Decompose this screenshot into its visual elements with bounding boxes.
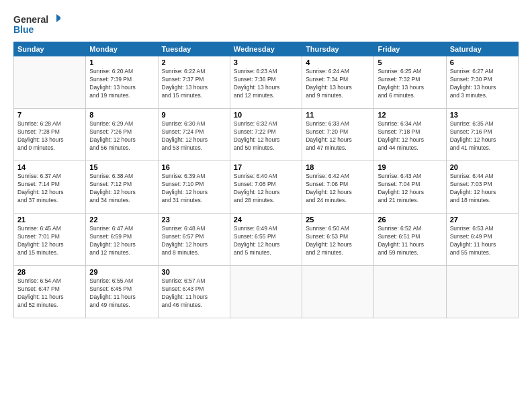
calendar-table: SundayMondayTuesdayWednesdayThursdayFrid… xyxy=(13,42,519,318)
cell-info: Sunrise: 6:40 AM Sunset: 7:08 PM Dayligh… xyxy=(234,173,298,205)
day-number: 5 xyxy=(378,58,442,66)
day-number: 6 xyxy=(450,58,515,66)
cell-info: Sunrise: 6:43 AM Sunset: 7:04 PM Dayligh… xyxy=(378,173,442,205)
cell-info: Sunrise: 6:20 AM Sunset: 7:39 PM Dayligh… xyxy=(89,68,154,100)
header-row: SundayMondayTuesdayWednesdayThursdayFrid… xyxy=(14,42,519,56)
col-header-tuesday: Tuesday xyxy=(158,42,230,56)
logo: General Blue xyxy=(13,12,60,36)
day-number: 22 xyxy=(89,216,154,224)
calendar-cell: 27Sunrise: 6:53 AM Sunset: 6:49 PM Dayli… xyxy=(446,214,518,266)
col-header-friday: Friday xyxy=(374,42,446,56)
day-number: 28 xyxy=(17,268,82,276)
day-number: 20 xyxy=(450,163,515,171)
cell-info: Sunrise: 6:45 AM Sunset: 7:01 PM Dayligh… xyxy=(17,225,82,257)
calendar-cell: 8Sunrise: 6:29 AM Sunset: 7:26 PM Daylig… xyxy=(86,109,158,161)
day-number: 16 xyxy=(162,163,226,171)
day-number: 19 xyxy=(378,163,442,171)
svg-marker-1 xyxy=(56,14,60,22)
calendar-cell: 13Sunrise: 6:35 AM Sunset: 7:16 PM Dayli… xyxy=(446,109,518,161)
day-number: 11 xyxy=(306,111,370,119)
cell-info: Sunrise: 6:44 AM Sunset: 7:03 PM Dayligh… xyxy=(450,173,515,205)
cell-info: Sunrise: 6:28 AM Sunset: 7:28 PM Dayligh… xyxy=(17,120,82,152)
day-number: 29 xyxy=(89,268,154,276)
calendar-cell: 5Sunrise: 6:25 AM Sunset: 7:32 PM Daylig… xyxy=(374,56,446,109)
calendar-cell: 23Sunrise: 6:48 AM Sunset: 6:57 PM Dayli… xyxy=(158,214,230,266)
calendar-cell: 26Sunrise: 6:52 AM Sunset: 6:51 PM Dayli… xyxy=(374,214,446,266)
week-row-5: 28Sunrise: 6:54 AM Sunset: 6:47 PM Dayli… xyxy=(14,266,519,318)
cell-info: Sunrise: 6:47 AM Sunset: 6:59 PM Dayligh… xyxy=(89,225,154,257)
calendar-cell: 11Sunrise: 6:33 AM Sunset: 7:20 PM Dayli… xyxy=(302,109,374,161)
day-number: 12 xyxy=(378,111,442,119)
calendar-cell: 14Sunrise: 6:37 AM Sunset: 7:14 PM Dayli… xyxy=(14,161,86,214)
day-number: 21 xyxy=(17,216,82,224)
cell-info: Sunrise: 6:29 AM Sunset: 7:26 PM Dayligh… xyxy=(89,120,154,152)
calendar-cell: 9Sunrise: 6:30 AM Sunset: 7:24 PM Daylig… xyxy=(158,109,230,161)
day-number: 1 xyxy=(89,58,154,66)
calendar-cell: 30Sunrise: 6:57 AM Sunset: 6:43 PM Dayli… xyxy=(158,266,230,318)
cell-info: Sunrise: 6:55 AM Sunset: 6:45 PM Dayligh… xyxy=(89,277,154,310)
week-row-1: 1Sunrise: 6:20 AM Sunset: 7:39 PM Daylig… xyxy=(14,56,519,109)
week-row-4: 21Sunrise: 6:45 AM Sunset: 7:01 PM Dayli… xyxy=(14,214,519,266)
logo-svg: General Blue xyxy=(13,12,60,36)
calendar-cell xyxy=(14,56,86,109)
calendar-cell: 2Sunrise: 6:22 AM Sunset: 7:37 PM Daylig… xyxy=(158,56,230,109)
day-number: 17 xyxy=(234,163,298,171)
calendar-cell xyxy=(374,266,446,318)
day-number: 13 xyxy=(450,111,515,119)
cell-info: Sunrise: 6:52 AM Sunset: 6:51 PM Dayligh… xyxy=(378,225,442,257)
cell-info: Sunrise: 6:50 AM Sunset: 6:53 PM Dayligh… xyxy=(306,225,370,257)
calendar-cell: 12Sunrise: 6:34 AM Sunset: 7:18 PM Dayli… xyxy=(374,109,446,161)
calendar-cell: 22Sunrise: 6:47 AM Sunset: 6:59 PM Dayli… xyxy=(86,214,158,266)
day-number: 8 xyxy=(89,111,154,119)
calendar-cell: 19Sunrise: 6:43 AM Sunset: 7:04 PM Dayli… xyxy=(374,161,446,214)
day-number: 26 xyxy=(378,216,442,224)
cell-info: Sunrise: 6:53 AM Sunset: 6:49 PM Dayligh… xyxy=(450,225,515,257)
day-number: 25 xyxy=(306,216,370,224)
calendar-cell: 24Sunrise: 6:49 AM Sunset: 6:55 PM Dayli… xyxy=(230,214,302,266)
day-number: 4 xyxy=(306,58,370,66)
calendar-cell: 10Sunrise: 6:32 AM Sunset: 7:22 PM Dayli… xyxy=(230,109,302,161)
calendar-cell: 29Sunrise: 6:55 AM Sunset: 6:45 PM Dayli… xyxy=(86,266,158,318)
calendar-cell: 6Sunrise: 6:27 AM Sunset: 7:30 PM Daylig… xyxy=(446,56,518,109)
day-number: 24 xyxy=(234,216,298,224)
cell-info: Sunrise: 6:37 AM Sunset: 7:14 PM Dayligh… xyxy=(17,173,82,205)
cell-info: Sunrise: 6:30 AM Sunset: 7:24 PM Dayligh… xyxy=(162,120,226,152)
calendar-cell xyxy=(230,266,302,318)
day-number: 27 xyxy=(450,216,515,224)
cell-info: Sunrise: 6:22 AM Sunset: 7:37 PM Dayligh… xyxy=(162,68,226,100)
calendar-cell: 1Sunrise: 6:20 AM Sunset: 7:39 PM Daylig… xyxy=(86,56,158,109)
calendar-cell: 16Sunrise: 6:39 AM Sunset: 7:10 PM Dayli… xyxy=(158,161,230,214)
calendar-cell: 28Sunrise: 6:54 AM Sunset: 6:47 PM Dayli… xyxy=(14,266,86,318)
day-number: 7 xyxy=(17,111,82,119)
cell-info: Sunrise: 6:32 AM Sunset: 7:22 PM Dayligh… xyxy=(234,120,298,152)
calendar-cell: 4Sunrise: 6:24 AM Sunset: 7:34 PM Daylig… xyxy=(302,56,374,109)
day-number: 9 xyxy=(162,111,226,119)
cell-info: Sunrise: 6:38 AM Sunset: 7:12 PM Dayligh… xyxy=(89,173,154,205)
header: General Blue xyxy=(13,12,519,36)
calendar-cell: 3Sunrise: 6:23 AM Sunset: 7:36 PM Daylig… xyxy=(230,56,302,109)
col-header-thursday: Thursday xyxy=(302,42,374,56)
calendar-cell: 20Sunrise: 6:44 AM Sunset: 7:03 PM Dayli… xyxy=(446,161,518,214)
week-row-3: 14Sunrise: 6:37 AM Sunset: 7:14 PM Dayli… xyxy=(14,161,519,214)
day-number: 18 xyxy=(306,163,370,171)
page: General Blue SundayMondayTuesdayWednesda… xyxy=(0,0,532,411)
calendar-cell xyxy=(446,266,518,318)
svg-text:Blue: Blue xyxy=(13,24,34,35)
col-header-wednesday: Wednesday xyxy=(230,42,302,56)
cell-info: Sunrise: 6:27 AM Sunset: 7:30 PM Dayligh… xyxy=(450,68,515,100)
cell-info: Sunrise: 6:24 AM Sunset: 7:34 PM Dayligh… xyxy=(306,68,370,100)
cell-info: Sunrise: 6:25 AM Sunset: 7:32 PM Dayligh… xyxy=(378,68,442,100)
week-row-2: 7Sunrise: 6:28 AM Sunset: 7:28 PM Daylig… xyxy=(14,109,519,161)
cell-info: Sunrise: 6:33 AM Sunset: 7:20 PM Dayligh… xyxy=(306,120,370,152)
day-number: 3 xyxy=(234,58,298,66)
calendar-cell xyxy=(302,266,374,318)
day-number: 14 xyxy=(17,163,82,171)
calendar-cell: 17Sunrise: 6:40 AM Sunset: 7:08 PM Dayli… xyxy=(230,161,302,214)
day-number: 10 xyxy=(234,111,298,119)
svg-text:General: General xyxy=(13,14,48,25)
cell-info: Sunrise: 6:48 AM Sunset: 6:57 PM Dayligh… xyxy=(162,225,226,257)
day-number: 30 xyxy=(162,268,226,276)
day-number: 15 xyxy=(89,163,154,171)
col-header-saturday: Saturday xyxy=(446,42,518,56)
cell-info: Sunrise: 6:34 AM Sunset: 7:18 PM Dayligh… xyxy=(378,120,442,152)
